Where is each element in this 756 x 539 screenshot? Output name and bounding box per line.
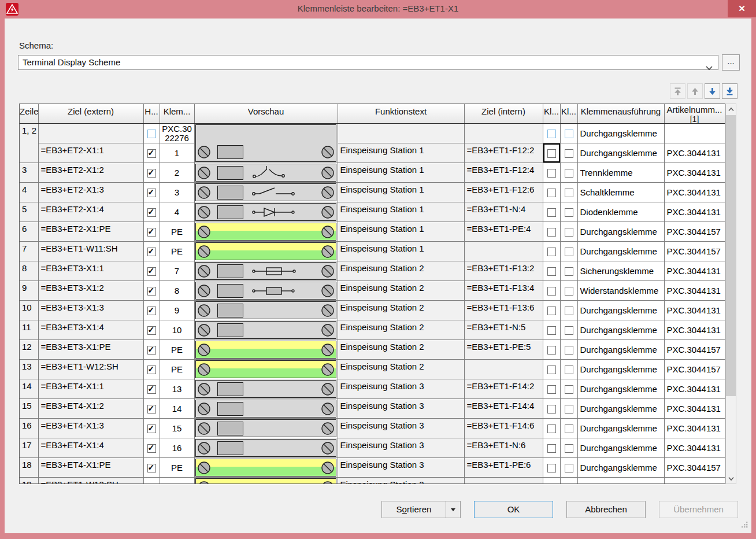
part-number-cell[interactable]: PXC.3044131 (664, 320, 725, 340)
bridge-checkbox[interactable] (565, 208, 573, 217)
bridge-checkbox[interactable] (547, 483, 556, 484)
bridge-1-cell[interactable] (543, 419, 560, 438)
bridge-1-cell[interactable] (543, 320, 560, 340)
function-text-cell[interactable]: Einspeisung Station 2 (338, 340, 464, 360)
bridge-checkbox[interactable] (547, 267, 556, 276)
function-text-cell[interactable] (338, 124, 464, 143)
vertical-scrollbar[interactable] (725, 104, 736, 484)
row-number-cell[interactable]: 15 (20, 399, 38, 419)
part-number-cell[interactable] (664, 124, 725, 143)
main-terminal-cell[interactable] (143, 360, 160, 379)
bridge-1-cell[interactable] (543, 458, 560, 478)
bridge-checkbox[interactable] (565, 130, 573, 138)
target-external-cell[interactable]: =EB3+ET4-X1:1 (38, 379, 143, 399)
close-button[interactable]: ✕ (728, 0, 756, 17)
row-number-cell[interactable]: 19 (20, 478, 38, 485)
terminal-designation-cell[interactable]: 7 (160, 261, 194, 281)
terminal-type-cell[interactable]: Durchgangsklemme (577, 222, 664, 242)
terminal-type-cell[interactable]: Trennklemme (577, 163, 664, 183)
schema-select[interactable]: Terminal Display Scheme (18, 55, 718, 70)
target-internal-cell[interactable]: =EB3+ET1-N:4 (464, 202, 543, 222)
function-text-cell[interactable]: Einspeisung Station 2 (338, 281, 464, 301)
part-number-cell[interactable]: PXC.3044131 (664, 202, 725, 222)
bridge-checkbox[interactable] (565, 169, 573, 178)
column-header-target-internal-cell[interactable]: Ziel (intern) (464, 104, 543, 124)
function-text-cell[interactable]: Einspeisung Station 3 (338, 399, 464, 419)
function-text-cell[interactable]: Einspeisung Station 1 (338, 143, 464, 163)
target-internal-cell[interactable]: =EB3+ET1-F13:4 (464, 281, 543, 301)
terminal-designation-cell[interactable]: PE (160, 458, 194, 478)
main-terminal-cell[interactable] (143, 202, 160, 222)
bridge-checkbox[interactable] (547, 228, 556, 237)
terminal-type-cell[interactable]: Sicherungsklemme (577, 261, 664, 281)
terminal-designation-cell[interactable]: 9 (160, 301, 194, 320)
terminal-designation-cell[interactable]: 14 (160, 399, 194, 419)
terminal-type-cell[interactable]: Durchgangsklemme (577, 242, 664, 261)
part-number-cell[interactable]: PXC.3044131 (664, 419, 725, 438)
terminal-type-cell[interactable]: Durchgangsklemme (577, 320, 664, 340)
bridge-2-cell[interactable] (560, 379, 577, 399)
bridge-1-cell[interactable] (543, 222, 560, 242)
part-number-cell[interactable]: PXC.3044157 (664, 242, 725, 261)
row-number-cell[interactable]: 10 (20, 301, 38, 320)
target-external-cell[interactable]: =EB3+ET3-X1:PE (38, 340, 143, 360)
terminal-type-cell[interactable]: Durchgangsklemme (577, 419, 664, 438)
main-terminal-checkbox[interactable] (147, 189, 156, 197)
bridge-2-cell[interactable] (560, 124, 577, 143)
target-internal-cell[interactable]: =EB3+ET1-F14:6 (464, 419, 543, 438)
bridge-1-cell[interactable] (543, 143, 560, 163)
column-header-bridge-2-cell[interactable]: Kl... (560, 104, 577, 124)
sort-dropdown-arrow[interactable] (446, 501, 460, 518)
part-number-cell[interactable]: PXC.3044131 (664, 438, 725, 458)
scrollbar-thumb[interactable] (726, 115, 736, 396)
terminal-designation-cell[interactable]: 13 (160, 379, 194, 399)
bridge-checkbox[interactable] (547, 248, 556, 256)
scroll-down-icon[interactable] (726, 474, 736, 483)
row-number-cell[interactable]: 8 (20, 261, 38, 281)
terminal-type-cell[interactable]: Durchgangsklemme (577, 301, 664, 320)
row-number-cell[interactable]: 9 (20, 281, 38, 301)
bridge-checkbox[interactable] (547, 424, 556, 433)
bridge-1-cell[interactable] (543, 399, 560, 419)
bridge-checkbox[interactable] (547, 464, 556, 472)
function-text-cell[interactable]: Einspeisung Station 3 (338, 379, 464, 399)
row-number-cell[interactable]: 4 (20, 183, 38, 202)
bridge-checkbox[interactable] (565, 424, 573, 433)
target-internal-cell[interactable]: =EB3+ET1-F12:4 (464, 163, 543, 183)
main-terminal-checkbox[interactable] (147, 464, 156, 472)
bridge-checkbox[interactable] (565, 346, 573, 355)
target-internal-cell[interactable]: =EB3+ET1-F14:2 (464, 379, 543, 399)
terminal-type-cell[interactable]: Diodenklemme (577, 202, 664, 222)
target-internal-cell[interactable] (464, 242, 543, 261)
function-text-cell[interactable]: Einspeisung Station 2 (338, 320, 464, 340)
part-number-cell[interactable]: PXC.3044131 (664, 143, 725, 163)
bridge-checkbox[interactable] (547, 366, 556, 374)
bridge-checkbox[interactable] (547, 208, 556, 217)
target-internal-cell[interactable] (464, 478, 543, 485)
part-number-cell[interactable]: PXC.3044157 (664, 222, 725, 242)
column-header-function-text-cell[interactable]: Funktionstext (338, 104, 464, 124)
bridge-1-cell[interactable] (543, 360, 560, 379)
main-terminal-checkbox[interactable] (147, 208, 156, 217)
bridge-1-cell[interactable] (543, 438, 560, 458)
bridge-1-cell[interactable] (543, 379, 560, 399)
main-terminal-cell[interactable] (143, 438, 160, 458)
row-number-cell[interactable]: 5 (20, 202, 38, 222)
main-terminal-checkbox[interactable] (147, 149, 156, 158)
terminal-designation-cell[interactable]: PE (160, 340, 194, 360)
part-number-cell[interactable]: PXC.3044131 (664, 399, 725, 419)
terminal-designation-cell[interactable]: PE (160, 360, 194, 379)
bridge-2-cell[interactable] (560, 301, 577, 320)
row-number-cell[interactable]: 11 (20, 320, 38, 340)
target-external-cell[interactable]: =EB3+ET4-X1:2 (38, 399, 143, 419)
bridge-checkbox[interactable] (565, 149, 573, 158)
bridge-1-cell[interactable] (543, 124, 560, 143)
bridge-2-cell[interactable] (560, 261, 577, 281)
terminal-designation-cell[interactable]: 10 (160, 320, 194, 340)
target-external-cell[interactable]: =EB3+ET1-W13:SH (38, 478, 143, 485)
bridge-2-cell[interactable] (560, 478, 577, 485)
function-text-cell[interactable]: Einspeisung Station 2 (338, 261, 464, 281)
bridge-1-cell[interactable] (543, 242, 560, 261)
terminal-designation-cell[interactable]: 3 (160, 183, 194, 202)
function-text-cell[interactable]: Einspeisung Station 3 (338, 419, 464, 438)
